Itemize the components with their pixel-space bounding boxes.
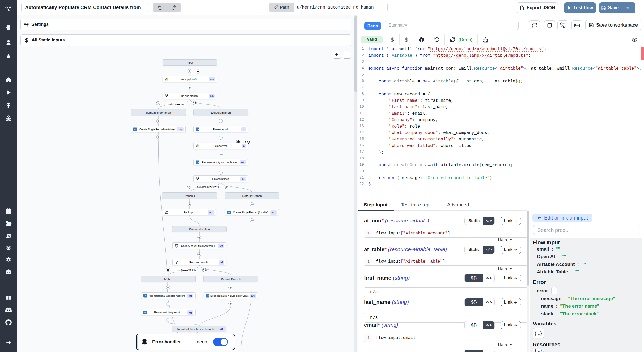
svg-text:TS: TS [207, 295, 209, 297]
svg-text:TS: TS [134, 128, 136, 130]
svg-text:TS: TS [197, 161, 199, 163]
svg-text:TS: TS [144, 295, 147, 297]
svg-text:TS: TS [144, 312, 146, 313]
svg-text:TS: TS [228, 212, 230, 213]
svg-text:TS: TS [197, 128, 199, 130]
